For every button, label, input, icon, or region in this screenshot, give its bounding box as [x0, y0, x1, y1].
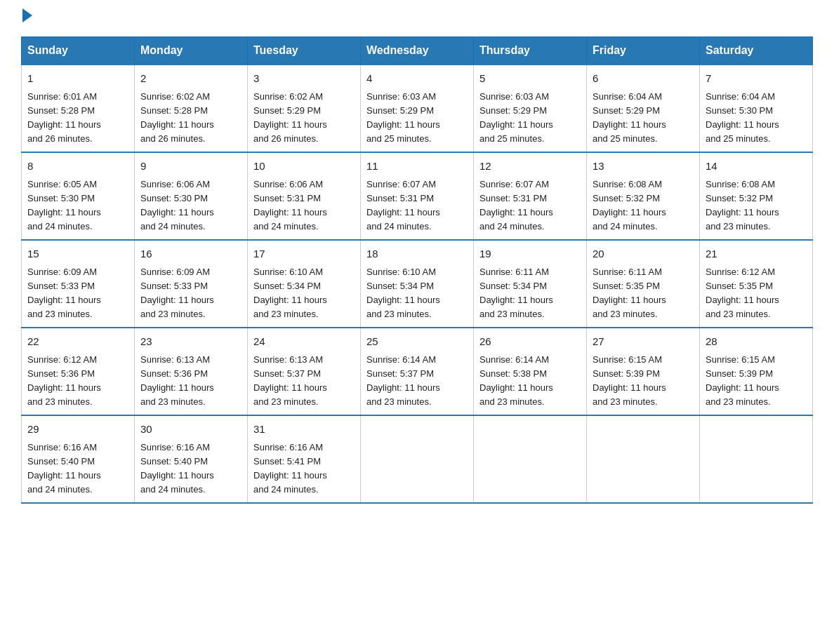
day-cell: 26Sunrise: 6:14 AMSunset: 5:38 PMDayligh… [474, 328, 587, 415]
day-info: Sunrise: 6:02 AMSunset: 5:29 PMDaylight:… [253, 90, 355, 147]
day-cell: 8Sunrise: 6:05 AMSunset: 5:30 PMDaylight… [22, 152, 135, 240]
week-row-5: 29Sunrise: 6:16 AMSunset: 5:40 PMDayligh… [22, 415, 813, 503]
day-number: 20 [593, 246, 694, 262]
day-info: Sunrise: 6:07 AMSunset: 5:31 PMDaylight:… [479, 177, 581, 234]
day-number: 16 [140, 246, 241, 262]
header-friday: Friday [587, 37, 700, 65]
calendar-table: SundayMondayTuesdayWednesdayThursdayFrid… [21, 36, 813, 504]
day-cell: 1Sunrise: 6:01 AMSunset: 5:28 PMDaylight… [22, 65, 135, 152]
day-number: 8 [27, 159, 128, 175]
day-cell [700, 415, 813, 503]
day-info: Sunrise: 6:06 AMSunset: 5:31 PMDaylight:… [253, 177, 355, 234]
day-info: Sunrise: 6:09 AMSunset: 5:33 PMDaylight:… [27, 265, 128, 322]
day-cell: 21Sunrise: 6:12 AMSunset: 5:35 PMDayligh… [700, 240, 813, 328]
day-number: 3 [253, 71, 355, 87]
day-cell: 29Sunrise: 6:16 AMSunset: 5:40 PMDayligh… [22, 415, 135, 503]
day-cell: 19Sunrise: 6:11 AMSunset: 5:34 PMDayligh… [474, 240, 587, 328]
day-cell: 4Sunrise: 6:03 AMSunset: 5:29 PMDaylight… [361, 65, 474, 152]
day-number: 9 [140, 159, 241, 175]
day-info: Sunrise: 6:05 AMSunset: 5:30 PMDaylight:… [27, 177, 128, 234]
day-info: Sunrise: 6:07 AMSunset: 5:31 PMDaylight:… [366, 177, 468, 234]
header-monday: Monday [135, 37, 248, 65]
logo-arrow-icon [22, 8, 32, 22]
day-cell [474, 415, 587, 503]
day-cell: 25Sunrise: 6:14 AMSunset: 5:37 PMDayligh… [361, 328, 474, 415]
day-cell: 16Sunrise: 6:09 AMSunset: 5:33 PMDayligh… [135, 240, 248, 328]
day-info: Sunrise: 6:01 AMSunset: 5:28 PMDaylight:… [27, 90, 128, 147]
day-cell: 28Sunrise: 6:15 AMSunset: 5:39 PMDayligh… [700, 328, 813, 415]
day-number: 11 [366, 159, 468, 175]
day-info: Sunrise: 6:13 AMSunset: 5:36 PMDaylight:… [140, 353, 241, 410]
day-cell: 2Sunrise: 6:02 AMSunset: 5:28 PMDaylight… [135, 65, 248, 152]
day-info: Sunrise: 6:04 AMSunset: 5:30 PMDaylight:… [706, 90, 807, 147]
day-number: 31 [253, 422, 355, 438]
day-number: 25 [366, 334, 468, 350]
day-info: Sunrise: 6:11 AMSunset: 5:35 PMDaylight:… [593, 265, 694, 322]
day-number: 6 [593, 71, 694, 87]
day-info: Sunrise: 6:16 AMSunset: 5:40 PMDaylight:… [140, 441, 241, 497]
day-cell: 30Sunrise: 6:16 AMSunset: 5:40 PMDayligh… [135, 415, 248, 503]
day-number: 27 [593, 334, 694, 350]
day-number: 28 [706, 334, 807, 350]
day-number: 7 [706, 71, 807, 87]
day-info: Sunrise: 6:16 AMSunset: 5:41 PMDaylight:… [253, 441, 355, 497]
day-info: Sunrise: 6:03 AMSunset: 5:29 PMDaylight:… [479, 90, 581, 147]
day-cell: 31Sunrise: 6:16 AMSunset: 5:41 PMDayligh… [248, 415, 361, 503]
week-row-3: 15Sunrise: 6:09 AMSunset: 5:33 PMDayligh… [22, 240, 813, 328]
header-sunday: Sunday [22, 37, 135, 65]
day-number: 23 [140, 334, 241, 350]
day-cell: 24Sunrise: 6:13 AMSunset: 5:37 PMDayligh… [248, 328, 361, 415]
day-cell: 18Sunrise: 6:10 AMSunset: 5:34 PMDayligh… [361, 240, 474, 328]
day-cell: 15Sunrise: 6:09 AMSunset: 5:33 PMDayligh… [22, 240, 135, 328]
day-number: 24 [253, 334, 355, 350]
day-info: Sunrise: 6:03 AMSunset: 5:29 PMDaylight:… [366, 90, 468, 147]
week-row-1: 1Sunrise: 6:01 AMSunset: 5:28 PMDaylight… [22, 65, 813, 152]
day-cell: 12Sunrise: 6:07 AMSunset: 5:31 PMDayligh… [474, 152, 587, 240]
day-cell: 14Sunrise: 6:08 AMSunset: 5:32 PMDayligh… [700, 152, 813, 240]
header-wednesday: Wednesday [361, 37, 474, 65]
day-cell: 13Sunrise: 6:08 AMSunset: 5:32 PMDayligh… [587, 152, 700, 240]
day-number: 22 [27, 334, 128, 350]
header-thursday: Thursday [474, 37, 587, 65]
day-cell: 27Sunrise: 6:15 AMSunset: 5:39 PMDayligh… [587, 328, 700, 415]
day-cell: 9Sunrise: 6:06 AMSunset: 5:30 PMDaylight… [135, 152, 248, 240]
day-info: Sunrise: 6:02 AMSunset: 5:28 PMDaylight:… [140, 90, 241, 147]
day-info: Sunrise: 6:16 AMSunset: 5:40 PMDaylight:… [27, 441, 128, 497]
day-number: 19 [479, 246, 581, 262]
day-number: 17 [253, 246, 355, 262]
day-number: 18 [366, 246, 468, 262]
logo [21, 14, 32, 22]
day-cell: 23Sunrise: 6:13 AMSunset: 5:36 PMDayligh… [135, 328, 248, 415]
day-cell: 11Sunrise: 6:07 AMSunset: 5:31 PMDayligh… [361, 152, 474, 240]
day-cell [361, 415, 474, 503]
calendar-header-row: SundayMondayTuesdayWednesdayThursdayFrid… [22, 37, 813, 65]
day-cell: 5Sunrise: 6:03 AMSunset: 5:29 PMDaylight… [474, 65, 587, 152]
day-cell: 17Sunrise: 6:10 AMSunset: 5:34 PMDayligh… [248, 240, 361, 328]
day-info: Sunrise: 6:10 AMSunset: 5:34 PMDaylight:… [253, 265, 355, 322]
week-row-4: 22Sunrise: 6:12 AMSunset: 5:36 PMDayligh… [22, 328, 813, 415]
day-info: Sunrise: 6:15 AMSunset: 5:39 PMDaylight:… [593, 353, 694, 410]
day-info: Sunrise: 6:08 AMSunset: 5:32 PMDaylight:… [706, 177, 807, 234]
header-tuesday: Tuesday [248, 37, 361, 65]
day-number: 2 [140, 71, 241, 87]
day-info: Sunrise: 6:08 AMSunset: 5:32 PMDaylight:… [593, 177, 694, 234]
day-info: Sunrise: 6:12 AMSunset: 5:36 PMDaylight:… [27, 353, 128, 410]
day-cell: 22Sunrise: 6:12 AMSunset: 5:36 PMDayligh… [22, 328, 135, 415]
day-number: 1 [27, 71, 128, 87]
day-number: 5 [479, 71, 581, 87]
day-info: Sunrise: 6:14 AMSunset: 5:38 PMDaylight:… [479, 353, 581, 410]
day-info: Sunrise: 6:06 AMSunset: 5:30 PMDaylight:… [140, 177, 241, 234]
day-number: 21 [706, 246, 807, 262]
day-cell: 3Sunrise: 6:02 AMSunset: 5:29 PMDaylight… [248, 65, 361, 152]
day-number: 29 [27, 422, 128, 438]
day-info: Sunrise: 6:04 AMSunset: 5:29 PMDaylight:… [593, 90, 694, 147]
day-info: Sunrise: 6:11 AMSunset: 5:34 PMDaylight:… [479, 265, 581, 322]
day-info: Sunrise: 6:13 AMSunset: 5:37 PMDaylight:… [253, 353, 355, 410]
day-info: Sunrise: 6:10 AMSunset: 5:34 PMDaylight:… [366, 265, 468, 322]
day-info: Sunrise: 6:12 AMSunset: 5:35 PMDaylight:… [706, 265, 807, 322]
day-number: 14 [706, 159, 807, 175]
header-saturday: Saturday [700, 37, 813, 65]
day-number: 26 [479, 334, 581, 350]
day-cell [587, 415, 700, 503]
day-number: 12 [479, 159, 581, 175]
